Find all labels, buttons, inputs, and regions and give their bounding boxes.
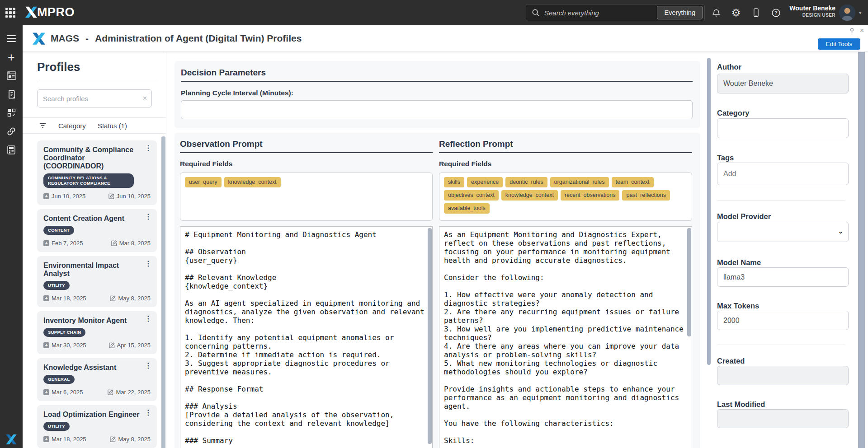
model-name-field[interactable] (717, 267, 849, 287)
required-field-tag: team_context (612, 177, 654, 187)
app-window: MPRO Everything ⚙ ? Wouter Beneke DESIGN… (0, 0, 868, 448)
created-label: Created (717, 357, 745, 365)
profile-name: Content Creation Agent (43, 215, 151, 223)
user-caret-icon[interactable]: ▾ (859, 10, 862, 16)
profile-card[interactable]: Content Creation Agent ⋮ CONTENT +Feb 7,… (37, 209, 157, 252)
app-grid-icon[interactable] (5, 8, 15, 18)
observation-prompt-column: Observation Prompt Required Fields user_… (180, 133, 433, 448)
global-search-input[interactable] (540, 9, 657, 17)
reflection-scrollbar[interactable] (687, 228, 691, 336)
last-modified-label: Last Modified (717, 400, 765, 409)
profile-card[interactable]: Environmental Impact Analyst ⋮ UTILITY +… (37, 256, 157, 307)
section-underline (439, 152, 692, 153)
observation-scrollbar[interactable] (428, 228, 432, 444)
profile-dates: +Feb 7, 2025 Mar 8, 2025 (43, 240, 151, 247)
notifications-bell-icon[interactable] (711, 7, 722, 18)
tags-field[interactable] (717, 163, 849, 185)
user-role: DESIGN USER (774, 13, 835, 18)
modified-icon (109, 342, 115, 348)
observation-prompt-title: Observation Prompt (180, 139, 263, 149)
user-menu[interactable]: Wouter Beneke DESIGN USER (774, 4, 835, 18)
profile-category-badge: CONTENT (43, 226, 74, 235)
profile-dates: +Mar 30, 2025 Apr 15, 2025 (43, 342, 151, 349)
category-label: Category (717, 109, 750, 117)
required-field-tag: knowledge_context (501, 190, 558, 201)
kebab-menu-icon[interactable]: ⋮ (145, 261, 152, 267)
observation-prompt-textarea[interactable]: # Equipment Monitoring and Diagnostics A… (180, 227, 432, 448)
required-field-tag: deontic_rules (505, 177, 547, 187)
required-field-tag: available_tools (444, 203, 490, 214)
user-name: Wouter Beneke (774, 4, 835, 13)
last-modified-field[interactable] (717, 409, 849, 428)
calculator-icon[interactable] (0, 140, 23, 159)
planning-cycle-input[interactable] (181, 100, 693, 119)
model-name-label: Model Name (717, 258, 761, 267)
profiles-title-divider (37, 82, 158, 82)
page-title: MAGS - Administration of Agent (Digital … (51, 33, 302, 44)
panel-divider (717, 200, 845, 201)
observation-required-fields-box: user_query knowledge_context (180, 173, 433, 221)
xmpro-logo-text: MPRO (37, 6, 75, 18)
dashboard-window-icon[interactable] (0, 66, 23, 85)
modified-icon (110, 436, 116, 442)
xmpro-logo: MPRO (25, 6, 75, 18)
profile-dates: +Mar 18, 2025 May 8, 2025 (43, 436, 151, 443)
created-date: Mar 30, 2025 (52, 342, 86, 349)
profile-card[interactable]: Community & Compliance Coordinator (COOR… (37, 140, 157, 205)
menu-hamburger-icon[interactable] (0, 29, 23, 48)
kebab-menu-icon[interactable]: ⋮ (145, 410, 152, 416)
reflection-required-fields-box: skills experience deontic_rules organiza… (439, 173, 692, 221)
panel-divider (717, 345, 845, 345)
filter-status[interactable]: Status (1) (98, 122, 127, 130)
add-new-icon[interactable]: + (0, 48, 23, 66)
reflection-prompt-textarea[interactable]: As an Equipment Monitoring and Diagnosti… (439, 227, 692, 448)
profiles-title: Profiles (37, 60, 80, 74)
search-clear-icon[interactable]: × (143, 94, 147, 103)
profile-category-badge: SUPPLY CHAIN (43, 328, 85, 337)
kebab-menu-icon[interactable]: ⋮ (145, 363, 152, 369)
required-field-tag: user_query (185, 177, 222, 187)
profile-card[interactable]: Load Optimization Engineer ⋮ UTILITY +Ma… (37, 405, 157, 448)
edit-tools-button[interactable]: Edit Tools (818, 38, 860, 50)
profile-category-badge: GENERAL (43, 375, 75, 384)
model-provider-label: Model Provider (717, 212, 771, 221)
close-icon[interactable]: ✕ (859, 27, 864, 34)
category-field[interactable] (717, 118, 849, 138)
model-provider-select[interactable] (717, 222, 849, 242)
max-tokens-field[interactable] (717, 311, 849, 330)
page-scrollbar[interactable] (858, 52, 865, 448)
profiles-scrollbar[interactable] (161, 136, 165, 448)
window-controls: ✕ (849, 27, 864, 34)
modified-icon (110, 295, 116, 301)
settings-gear-icon[interactable]: ⚙ (731, 7, 741, 18)
avatar[interactable] (839, 5, 855, 21)
kebab-menu-icon[interactable]: ⋮ (145, 214, 152, 220)
blocks-grid-icon[interactable] (0, 103, 23, 122)
kebab-menu-icon[interactable]: ⋮ (145, 145, 152, 151)
profile-card[interactable]: Knowledge Assistant ⋮ GENERAL +Mar 6, 20… (37, 358, 157, 401)
created-field[interactable] (717, 366, 849, 385)
profile-card[interactable]: Inventory Monitor Agent ⋮ SUPPLY CHAIN +… (37, 311, 157, 354)
created-date: Mar 18, 2025 (52, 436, 86, 443)
profile-name: Load Optimization Engineer (43, 411, 151, 419)
decision-parameters-section: Decision Parameters Planning Cycle Inter… (175, 61, 700, 128)
filter-category[interactable]: Category (58, 122, 86, 130)
kebab-menu-icon[interactable]: ⋮ (145, 316, 152, 322)
author-field[interactable] (717, 74, 849, 93)
pin-icon[interactable] (849, 28, 855, 34)
tags-label: Tags (717, 154, 734, 162)
top-bar: MPRO Everything ⚙ ? Wouter Beneke DESIGN… (0, 0, 868, 25)
modified-date: May 8, 2025 (118, 436, 151, 443)
main-scrollbar[interactable] (707, 58, 711, 365)
modified-date: Mar 8, 2025 (119, 240, 151, 247)
link-chain-icon[interactable] (0, 122, 23, 140)
mobile-device-icon[interactable] (750, 7, 761, 18)
created-date: Mar 6, 2025 (52, 389, 83, 396)
profiles-search-input[interactable] (38, 95, 143, 103)
created-icon: + (43, 389, 49, 395)
filter-funnel-icon[interactable] (39, 122, 47, 129)
search-icon (532, 9, 540, 17)
document-form-icon[interactable] (0, 85, 23, 103)
profile-category-badge: COMMUNITY RELATIONS & REGULATORY COMPLIA… (43, 173, 134, 188)
search-scope-button[interactable]: Everything (657, 6, 703, 19)
